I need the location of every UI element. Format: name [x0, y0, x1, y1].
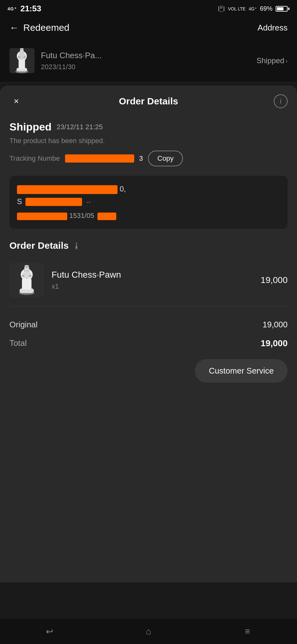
battery-icon [276, 6, 289, 12]
address-redacted-3 [17, 213, 67, 220]
svg-point-10 [18, 56, 20, 58]
export-icon[interactable]: ⭳ [73, 241, 80, 250]
total-value: 19,000 [261, 338, 288, 348]
nav-home-button[interactable]: ⌂ [139, 622, 158, 641]
chevron-right-icon: › [285, 57, 288, 64]
bottom-navigation: ↩ ⌂ ≡ [0, 619, 297, 644]
tracking-number-end: 3 [139, 154, 143, 163]
shipped-label: Shipped [256, 56, 284, 65]
chess-piece-small-image [9, 48, 35, 73]
product-details: Futu Chess·Pawn x1 [52, 270, 253, 291]
original-value: 19,000 [262, 320, 288, 330]
back-button[interactable]: ← Redeemed [9, 22, 69, 33]
product-image-large [9, 263, 44, 297]
total-price-row: Total 19,000 [9, 334, 288, 353]
info-icon: i [280, 97, 282, 105]
address-line-1: 0, [17, 185, 280, 194]
page-title: Redeemed [23, 22, 69, 33]
original-label: Original [9, 320, 38, 330]
svg-point-4 [18, 53, 25, 60]
product-info: Futu Chess·Pa... 2023/11/30 [41, 51, 250, 71]
address-card: 0, S -- 1531/05 [9, 176, 288, 229]
shipped-description: The product has been shipped. [9, 137, 288, 145]
customer-service-button[interactable]: Customer Service [195, 359, 288, 383]
top-nav: ← Redeemed Address [0, 16, 297, 39]
order-modal: × Order Details i Shipped 23/12/11 21:25… [0, 86, 297, 582]
time-display: 21:53 [20, 4, 41, 14]
nav-menu-button[interactable]: ≡ [238, 622, 257, 641]
order-details-header: Order Details ⭳ [9, 240, 288, 251]
close-icon: × [14, 96, 19, 106]
product-name-preview: Futu Chess·Pa... [41, 51, 250, 60]
address-line-3: 1531/05 [17, 212, 280, 220]
shipped-title-row: Shipped 23/12/11 21:25 [9, 121, 288, 133]
close-button[interactable]: × [9, 94, 23, 108]
original-price-row: Original 19,000 [9, 315, 288, 334]
product-item: Futu Chess·Pawn x1 19,000 [9, 260, 288, 307]
product-quantity: x1 [52, 282, 253, 291]
modal-header: × Order Details i [9, 94, 288, 108]
lte-icon: VOL LTE [228, 6, 245, 11]
address-redacted-2 [25, 198, 82, 206]
product-item-name: Futu Chess·Pawn [52, 270, 253, 280]
nav-back-icon: ↩ [46, 626, 53, 637]
nav-home-icon: ⌂ [146, 626, 151, 636]
svg-point-23 [29, 275, 32, 277]
product-price: 19,000 [261, 275, 288, 285]
address-line-2: S -- [17, 197, 280, 206]
signal-icon: 4G⁺ [8, 6, 17, 11]
svg-point-11 [24, 56, 26, 58]
address-redacted-1 [17, 185, 118, 194]
product-row: Futu Chess·Pa... 2023/11/30 Shipped › [0, 39, 297, 82]
shipped-label-large: Shipped [9, 121, 52, 133]
order-details-label: Order Details [9, 240, 69, 251]
nav-back-button[interactable]: ↩ [40, 622, 59, 641]
shipping-status-section: Shipped 23/12/11 21:25 The product has b… [9, 121, 288, 166]
shipped-status-link[interactable]: Shipped › [256, 56, 288, 65]
address-button[interactable]: Address [258, 23, 288, 33]
tracking-number-label: Tracking Numbe [9, 154, 60, 163]
product-thumbnail [9, 48, 35, 73]
svg-point-16 [23, 270, 31, 279]
back-arrow-icon: ← [9, 22, 19, 33]
svg-point-22 [22, 275, 25, 277]
product-date: 2023/11/30 [41, 63, 250, 71]
status-bar: 4G⁺ 21:53 📳 VOL LTE 4G⁺ 69% [0, 0, 297, 16]
modal-title: Order Details [119, 96, 178, 107]
tracking-row: Tracking Numbe 3 Copy [9, 151, 288, 166]
network-icon: 4G⁺ [249, 6, 257, 11]
customer-service-container: Customer Service [9, 359, 288, 389]
status-left: 4G⁺ 21:53 [8, 4, 41, 14]
total-label: Total [9, 338, 27, 348]
tracking-number-redacted [65, 154, 134, 163]
nav-menu-icon: ≡ [245, 626, 250, 636]
status-right: 📳 VOL LTE 4G⁺ 69% [218, 5, 289, 12]
shipped-timestamp: 23/12/11 21:25 [57, 123, 103, 131]
vibrate-icon: 📳 [218, 5, 225, 12]
order-details-section: Order Details ⭳ [9, 240, 288, 389]
battery-percent: 69% [260, 5, 272, 12]
address-redacted-4 [97, 213, 116, 220]
copy-button[interactable]: Copy [148, 151, 183, 166]
info-button[interactable]: i [274, 94, 288, 108]
chess-piece-large-image [14, 265, 39, 295]
